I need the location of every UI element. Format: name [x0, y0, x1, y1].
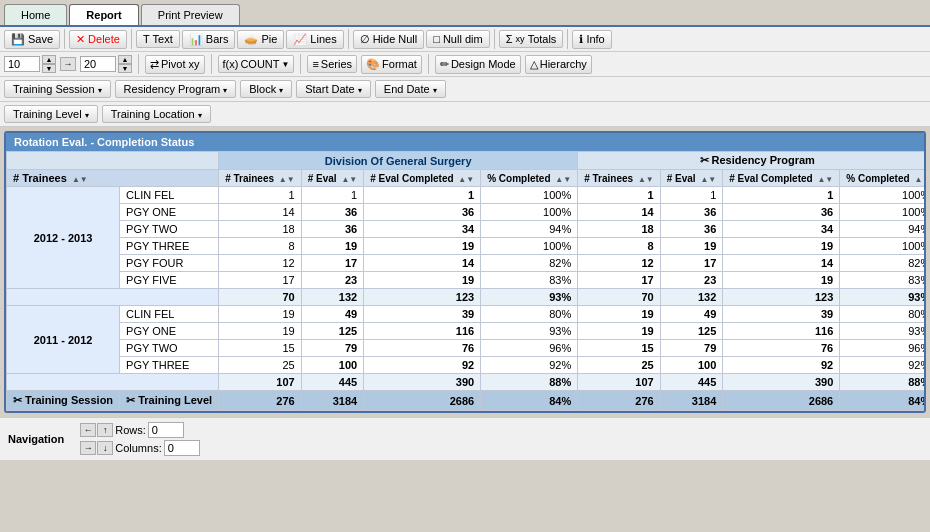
section-title: Rotation Eval. - Completion Status	[6, 133, 924, 151]
spin1-arrows: ▲ ▼	[42, 55, 56, 73]
filter-end-date[interactable]: End Date ▾	[375, 80, 446, 98]
spin1-input[interactable]	[4, 56, 40, 72]
filter-bar-row1: Training Session ▾ Residency Program ▾ B…	[0, 77, 930, 102]
filter-residency-program[interactable]: Residency Program ▾	[115, 80, 237, 98]
sep7	[211, 54, 212, 74]
res-trainees-header[interactable]: # Trainees ▲▼	[578, 170, 661, 187]
nav-left-arrows: ← ↑	[80, 423, 113, 437]
info-button[interactable]: ℹ Info	[572, 30, 611, 49]
tab-home[interactable]: Home	[4, 4, 67, 25]
nav-up-btn[interactable]: ↑	[97, 423, 113, 437]
pivot-button[interactable]: ⇄ Pivot xy	[145, 55, 205, 74]
nav-rows-row: ← ↑ Rows:	[80, 422, 199, 438]
data-table: Division Of General Surgery ✂ Residency …	[6, 151, 926, 411]
nav-arrows-group: ← ↑ Rows: → ↓ Columns:	[80, 422, 199, 456]
spin1-group: ▲ ▼	[4, 55, 56, 73]
table-row: PGY TWO 18 36 34 94% 18 36 34 94%	[7, 221, 927, 238]
level-label: PGY ONE	[120, 323, 219, 340]
text-button[interactable]: T Text	[136, 30, 180, 48]
table-row: PGY FOUR 12 17 14 82% 12 17 14 82%	[7, 255, 927, 272]
navigation-label: Navigation	[8, 433, 64, 445]
cols-input[interactable]	[164, 440, 200, 456]
table-row: PGY ONE 19 125 116 93% 19 125 116 93%	[7, 323, 927, 340]
hierarchy-button[interactable]: △ Hierarchy	[525, 55, 592, 74]
filter-training-level[interactable]: Training Level ▾	[4, 105, 98, 123]
delete-button[interactable]: ✕ Delete	[69, 30, 127, 49]
year-2012-2013: 2012 - 2013	[7, 187, 120, 289]
sep9	[428, 54, 429, 74]
nav-cols-row: → ↓ Columns:	[80, 440, 199, 456]
year-2011-2012: 2011 - 2012	[7, 306, 120, 374]
null-dim-button[interactable]: □ Null dim	[426, 30, 489, 48]
sep6	[138, 54, 139, 74]
division-header: Division Of General Surgery	[219, 152, 578, 170]
res-pct-header[interactable]: % Completed ▲▼	[840, 170, 926, 187]
rows-label: Rows:	[115, 424, 146, 436]
res-completed-header[interactable]: # Eval Completed ▲▼	[723, 170, 840, 187]
table-row: PGY FIVE 17 23 19 83% 17 23 19 83%	[7, 272, 927, 289]
table-row: 2011 - 2012 CLIN FEL 19 49 39 80% 19 49 …	[7, 306, 927, 323]
subtotal-row-2011: 107 445 390 88% 107 445 390 88%	[7, 374, 927, 391]
div-pct-header[interactable]: % Completed ▲▼	[481, 170, 578, 187]
spin2-arrows: ▲ ▼	[118, 55, 132, 73]
pie-button[interactable]: 🥧 Pie	[237, 30, 284, 49]
div-eval-header[interactable]: # Eval ▲▼	[301, 170, 364, 187]
div-completed-header[interactable]: # Eval Completed ▲▼	[364, 170, 481, 187]
totals-button[interactable]: Σxy Totals	[499, 30, 564, 48]
level-label: PGY TWO	[120, 221, 219, 238]
spin2-group: ▲ ▼	[80, 55, 132, 73]
filter-training-session[interactable]: Training Session ▾	[4, 80, 111, 98]
hide-null-button[interactable]: ∅ Hide Null	[353, 30, 425, 49]
series-button[interactable]: ≡ Series	[307, 55, 357, 73]
training-session-label: ✂ Training Session	[7, 391, 120, 411]
tab-report[interactable]: Report	[69, 4, 138, 25]
level-label: CLIN FEL	[120, 187, 219, 204]
table-row: PGY THREE 25 100 92 92% 25 100 92 92%	[7, 357, 927, 374]
nav-right-btn[interactable]: →	[80, 441, 96, 455]
sep8	[300, 54, 301, 74]
sep4	[494, 29, 495, 49]
nav-down-btn[interactable]: ↓	[97, 441, 113, 455]
spin1-up[interactable]: ▲	[42, 55, 56, 64]
lines-button[interactable]: 📈 Lines	[286, 30, 343, 49]
nav-left-btn[interactable]: ←	[80, 423, 96, 437]
tab-print-preview[interactable]: Print Preview	[141, 4, 240, 25]
filter-training-location[interactable]: Training Location ▾	[102, 105, 211, 123]
empty-header	[7, 152, 219, 170]
table-row: PGY TWO 15 79 76 96% 15 79 76 96%	[7, 340, 927, 357]
toolbar1: 💾 Save ✕ Delete T Text 📊 Bars 🥧 Pie 📈 Li…	[0, 27, 930, 52]
total-row: ✂ Training Session ✂ Training Level 276 …	[7, 391, 927, 411]
filter-start-date[interactable]: Start Date ▾	[296, 80, 371, 98]
func-button[interactable]: f(x) COUNT ▼	[218, 55, 295, 73]
nav-panel: Navigation ← ↑ Rows: → ↓ Columns:	[0, 417, 930, 460]
design-mode-button[interactable]: ✏ Design Mode	[435, 55, 521, 74]
save-button[interactable]: 💾 Save	[4, 30, 60, 49]
filter-block[interactable]: Block ▾	[240, 80, 292, 98]
subtotal-row-2012: 70 132 123 93% 70 132 123 93%	[7, 289, 927, 306]
table-row: 2012 - 2013 CLIN FEL 1 1 1 100% 1 1 1 10…	[7, 187, 927, 204]
residency-header: ✂ Residency Program	[578, 152, 926, 170]
div-trainees-header[interactable]: # Trainees ▲▼	[219, 170, 302, 187]
res-eval-header[interactable]: # Eval ▲▼	[660, 170, 723, 187]
table-row: PGY ONE 14 36 36 100% 14 36 36 100%	[7, 204, 927, 221]
bars-button[interactable]: 📊 Bars	[182, 30, 236, 49]
level-label: PGY FOUR	[120, 255, 219, 272]
func-dropdown-arrow: ▼	[282, 60, 290, 69]
level-label: PGY THREE	[120, 357, 219, 374]
sep1	[64, 29, 65, 49]
sep5	[567, 29, 568, 49]
spin1-down[interactable]: ▼	[42, 64, 56, 73]
spin2-input[interactable]	[80, 56, 116, 72]
spin2-down[interactable]: ▼	[118, 64, 132, 73]
format-button[interactable]: 🎨 Format	[361, 55, 422, 74]
sep3	[348, 29, 349, 49]
level-label: PGY TWO	[120, 340, 219, 357]
level-label: PGY FIVE	[120, 272, 219, 289]
main-content: Rotation Eval. - Completion Status Divis…	[4, 131, 926, 413]
spin2-up[interactable]: ▲	[118, 55, 132, 64]
sep2	[131, 29, 132, 49]
table-row: PGY THREE 8 19 19 100% 8 19 19 100%	[7, 238, 927, 255]
rows-input[interactable]	[148, 422, 184, 438]
filter-bar-row2: Training Level ▾ Training Location ▾	[0, 102, 930, 127]
trainees-main-header[interactable]: # Trainees ▲▼	[7, 170, 219, 187]
